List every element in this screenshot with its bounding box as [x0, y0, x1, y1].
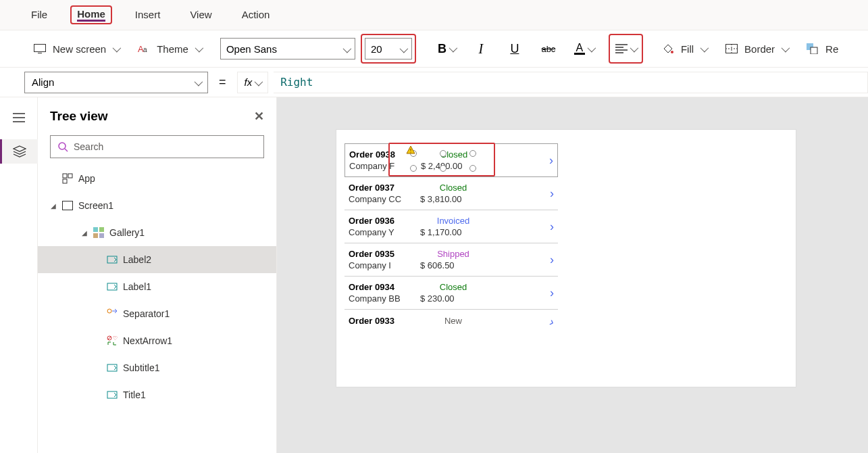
- tree-node-gallery[interactable]: ◢ Gallery1: [38, 219, 276, 246]
- tree-label: Title1: [123, 389, 146, 400]
- tree-view-rail-button[interactable]: [0, 139, 38, 164]
- resize-handles[interactable]: [413, 153, 473, 168]
- menu-insert[interactable]: Insert: [128, 6, 168, 24]
- svg-rect-0: [34, 45, 46, 52]
- tree-node-screen[interactable]: ◢ Screen1: [38, 192, 276, 219]
- theme-icon: Aa: [138, 43, 150, 54]
- chevron-right-icon[interactable]: ›: [550, 220, 554, 234]
- tree-label: Label2: [123, 254, 151, 265]
- separator-icon: [107, 308, 118, 319]
- list-item[interactable]: Order 0935 Shipped Company I $ 606.50 ›: [344, 243, 558, 277]
- close-panel-button[interactable]: ✕: [254, 109, 264, 124]
- chevron-right-icon[interactable]: ›: [550, 286, 554, 300]
- search-icon: [57, 141, 68, 152]
- order-id: Order 0937: [349, 183, 416, 193]
- menu-file[interactable]: File: [24, 6, 54, 24]
- svg-line-18: [65, 149, 68, 151]
- chevron-right-icon[interactable]: ›: [550, 187, 554, 201]
- chevron-down-icon: [782, 43, 788, 55]
- border-icon: [725, 44, 738, 53]
- svg-rect-20: [68, 174, 72, 178]
- svg-rect-27: [107, 256, 117, 263]
- bold-button[interactable]: B: [435, 38, 458, 59]
- order-id: Order 0936: [349, 216, 416, 226]
- order-status: Invoiced: [416, 216, 490, 226]
- svg-rect-23: [93, 227, 98, 232]
- font-size-select[interactable]: 20: [365, 38, 412, 59]
- list-item[interactable]: Order 0936 Invoiced Company Y $ 1,170.00…: [344, 210, 558, 243]
- formula-input[interactable]: Right: [274, 72, 868, 93]
- layers-icon: [13, 145, 26, 158]
- theme-label: Theme: [157, 43, 188, 55]
- hamburger-button[interactable]: [7, 105, 31, 130]
- panel-title: Tree view: [50, 109, 108, 124]
- warning-icon: [406, 145, 415, 155]
- align-icon: [615, 44, 628, 53]
- border-group[interactable]: Border: [716, 30, 797, 67]
- tree-label: NextArrow1: [123, 335, 172, 346]
- chevron-down-icon: [195, 43, 201, 55]
- order-status: Closed: [416, 282, 490, 292]
- chevron-down-icon: [400, 43, 406, 55]
- tree-node-label2[interactable]: Label2: [38, 246, 276, 273]
- svg-point-8: [671, 51, 673, 53]
- search-input[interactable]: Search: [50, 135, 264, 158]
- font-color-button[interactable]: A: [571, 38, 596, 59]
- list-item[interactable]: Order 0937 Closed Company CC $ 3,810.00 …: [344, 177, 558, 210]
- reorder-group[interactable]: Re: [797, 30, 848, 67]
- tree-node-separator[interactable]: Separator1: [38, 300, 276, 327]
- equals-label: =: [213, 75, 232, 89]
- tree-view-panel: Tree view ✕ Search App ◢ Screen1 ◢ Galle…: [38, 97, 277, 453]
- tree-label: Screen1: [78, 200, 113, 211]
- tree-node-app[interactable]: App: [38, 165, 276, 192]
- order-company: Company F: [349, 161, 417, 171]
- order-price: $ 230.00: [416, 293, 490, 304]
- tree-node-label1[interactable]: Label1: [38, 273, 276, 300]
- hamburger-icon: [13, 113, 25, 122]
- tree-node-subtitle[interactable]: Subtitle1: [38, 354, 276, 381]
- svg-rect-33: [107, 364, 117, 371]
- fill-group[interactable]: Fill: [653, 30, 716, 67]
- chevron-down-icon: [700, 43, 707, 55]
- italic-button[interactable]: I: [470, 38, 492, 59]
- chevron-down-icon: [588, 43, 594, 55]
- list-item[interactable]: Order 0933 New ›: [344, 310, 558, 335]
- chevron-down-icon: [195, 76, 201, 88]
- gallery-icon: [93, 227, 104, 238]
- tree-node-title[interactable]: Title1: [38, 381, 276, 408]
- menu-action[interactable]: Action: [235, 6, 277, 24]
- chevron-right-icon[interactable]: ›: [548, 315, 557, 330]
- fx-label: fx: [245, 76, 253, 88]
- chevron-down-icon: [255, 76, 261, 88]
- menu-home[interactable]: Home: [77, 8, 105, 22]
- menu-view[interactable]: View: [183, 6, 218, 24]
- screen-icon: [62, 201, 73, 210]
- chevron-right-icon[interactable]: ›: [550, 253, 554, 267]
- list-item[interactable]: Order 0934 Closed Company BB $ 230.00 ›: [344, 277, 558, 310]
- svg-rect-28: [107, 283, 117, 290]
- strike-button[interactable]: abc: [538, 38, 559, 59]
- chevron-right-icon[interactable]: ›: [549, 153, 553, 168]
- align-button[interactable]: [613, 38, 639, 59]
- menu-bar: File Home Insert View Action: [0, 0, 868, 30]
- tree: App ◢ Screen1 ◢ Gallery1 Label2 Label1: [38, 165, 276, 453]
- new-screen-label: New screen: [53, 43, 106, 55]
- svg-point-17: [59, 143, 66, 149]
- fx-button[interactable]: fx: [237, 72, 269, 93]
- search-placeholder: Search: [74, 141, 103, 152]
- theme-group[interactable]: Aa Theme: [128, 30, 211, 67]
- svg-rect-24: [99, 227, 104, 232]
- property-select[interactable]: Align: [24, 72, 208, 93]
- tree-node-nextarrow[interactable]: ♡ NextArrow1: [38, 327, 276, 354]
- svg-point-36: [410, 151, 411, 153]
- chevron-down-icon: [113, 43, 119, 55]
- chevron-down-icon: [630, 43, 636, 55]
- canvas[interactable]: Order 0938 Closed Company F $ 2,490.00 ›…: [277, 97, 868, 453]
- underline-button[interactable]: U: [504, 38, 526, 59]
- new-screen-group[interactable]: New screen: [24, 30, 128, 67]
- highlight-font-size: 20: [361, 34, 416, 64]
- svg-rect-26: [99, 233, 104, 238]
- svg-point-29: [107, 309, 111, 313]
- svg-rect-13: [811, 47, 817, 54]
- font-name-select[interactable]: Open Sans: [220, 38, 355, 59]
